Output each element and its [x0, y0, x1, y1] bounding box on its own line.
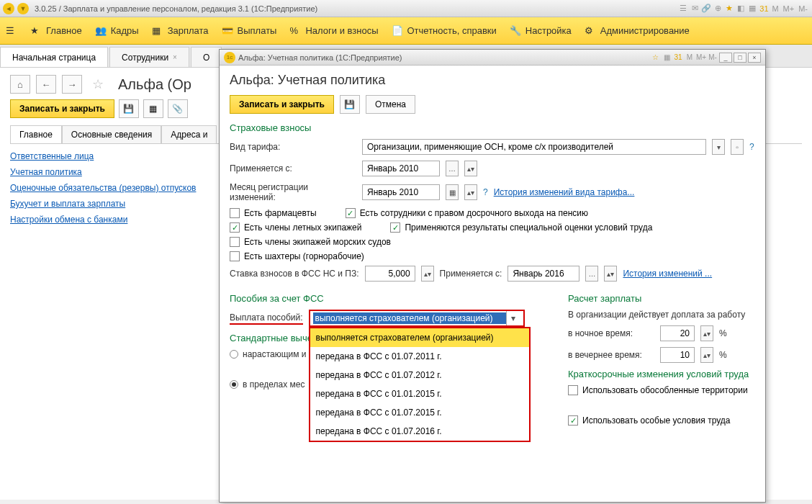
chk-flight[interactable]: ✓Есть члены летных экипажей	[230, 222, 361, 233]
mem-mplus[interactable]: M+	[696, 53, 706, 63]
tab-other[interactable]: О	[191, 47, 222, 67]
subtab-addresses[interactable]: Адреса и	[161, 125, 217, 143]
save-close-button[interactable]: Записать и закрыть	[10, 99, 114, 118]
tool-icon[interactable]: 🔗	[701, 4, 711, 14]
forward-icon[interactable]: ▼	[17, 3, 29, 14]
help-icon[interactable]: ?	[749, 142, 754, 152]
applies-from-field[interactable]: Январь 2010	[362, 161, 440, 176]
spinner-icon[interactable]: ▴▾	[464, 161, 477, 176]
section-short: Краткосрочные изменения условий труда	[568, 369, 755, 379]
star-icon[interactable]: ☆	[650, 53, 660, 63]
mem-m[interactable]: M	[770, 4, 780, 13]
menu-admin[interactable]: ⚙Администрирование	[585, 25, 690, 37]
calendar-icon[interactable]: 31	[759, 4, 769, 14]
reg-month-label: Месяц регистрации изменений:	[230, 182, 356, 202]
save-button[interactable]: 💾	[119, 99, 139, 118]
menu-taxes[interactable]: %Налоги и взносы	[289, 25, 378, 37]
rate-applies-field[interactable]: Январь 2016	[508, 266, 579, 282]
payout-label: Выплата пособий:	[230, 312, 303, 325]
tariff-field[interactable]: Организации, применяющие ОСН, кроме с/х …	[362, 139, 706, 155]
dropdown-icon[interactable]: ▾	[712, 139, 725, 155]
tool-icon[interactable]: ▦	[747, 4, 757, 14]
spinner-icon[interactable]: ▴▾	[700, 347, 713, 363]
dialog-titlebar[interactable]: 1c Альфа: Учетная политика (1С:Предприят…	[220, 50, 765, 66]
menu-burger[interactable]: ☰	[6, 25, 17, 37]
chk-miners[interactable]: Есть шахтеры (горнорабочие)	[230, 251, 364, 261]
chevron-down-icon[interactable]: ▾	[506, 311, 520, 325]
dropdown-item[interactable]: передана в ФСС с 01.01.2015 г.	[310, 384, 529, 403]
calendar-icon[interactable]: 31	[673, 53, 683, 63]
tab-employees[interactable]: Сотрудники×	[109, 47, 189, 67]
mem-m[interactable]: M	[685, 53, 695, 63]
minimize-button[interactable]: _	[719, 53, 732, 63]
titlebar-tools: ☰ ✉ 🔗 ⊕ ★ ◧ ▦ 31 M M+ M-	[678, 4, 809, 14]
night-field[interactable]: 20	[660, 325, 695, 341]
rate-label: Ставка взносов в ФСС НС и ПЗ:	[230, 269, 359, 279]
close-icon[interactable]: ×	[173, 53, 177, 61]
ellipsis-icon[interactable]: …	[585, 266, 598, 282]
dropdown-item[interactable]: передана в ФСС с 01.07.2012 г.	[310, 366, 529, 384]
home-button[interactable]: ⌂	[10, 75, 30, 94]
menu-main[interactable]: ★Главное	[30, 25, 82, 37]
menu-hr[interactable]: 👥Кадры	[95, 25, 139, 37]
menu-reports[interactable]: 📄Отчетность, справки	[392, 25, 497, 37]
chk-territories[interactable]: Использовать обособленные территории	[568, 385, 755, 395]
rate-applies-label: Применяется с:	[440, 269, 502, 279]
tool-icon[interactable]: ✉	[690, 4, 700, 14]
spinner-icon[interactable]: ▴▾	[464, 184, 477, 200]
close-button[interactable]: ×	[748, 53, 761, 63]
dialog-save[interactable]: 💾	[340, 95, 360, 114]
mem-mplus[interactable]: M+	[782, 4, 796, 13]
attach-button[interactable]: 📎	[168, 99, 188, 118]
spinner-icon[interactable]: ▴▾	[604, 266, 617, 282]
chk-pension[interactable]: ✓Есть сотрудники с правом досрочного вых…	[346, 208, 588, 218]
menu-settings[interactable]: 🔧Настройка	[510, 25, 572, 37]
dropdown-item[interactable]: передана в ФСС с 01.07.2015 г.	[310, 403, 529, 422]
forward-button[interactable]: →	[62, 75, 82, 94]
history2-link[interactable]: История изменений ...	[623, 269, 712, 279]
percent: %	[719, 328, 727, 338]
page-title: Альфа (Ор	[118, 76, 191, 93]
ellipsis-icon[interactable]: …	[446, 161, 459, 176]
tool-icon[interactable]: ▦	[662, 53, 672, 63]
dialog-cancel[interactable]: Отмена	[366, 95, 415, 114]
rate-field[interactable]: 5,000	[365, 266, 415, 282]
chk-conditions[interactable]: ✓Использовать особые условия труда	[568, 415, 755, 426]
tool-icon[interactable]: ☰	[678, 4, 688, 14]
favorite-button[interactable]: ☆	[88, 75, 108, 94]
mem-mminus[interactable]: M-	[708, 53, 718, 63]
dropdown-item[interactable]: выполняется страхователем (организацией)	[310, 328, 529, 347]
tab-start[interactable]: Начальная страница	[0, 47, 108, 67]
back-button[interactable]: ←	[36, 75, 56, 94]
back-icon[interactable]: ◄	[3, 3, 14, 14]
main-menu: ☰ ★Главное 👥Кадры ▦Зарплата 💳Выплаты %На…	[0, 17, 812, 45]
chk-spec[interactable]: ✓Применяются результаты специальной оцен…	[390, 222, 652, 233]
dropdown-list: выполняется страхователем (организацией)…	[309, 327, 531, 442]
open-icon[interactable]: ▫	[731, 139, 744, 155]
section-insurance: Страховые взносы	[230, 122, 755, 133]
maximize-button[interactable]: □	[734, 53, 746, 63]
menu-salary[interactable]: ▦Зарплата	[152, 25, 209, 37]
subtab-main[interactable]: Главное	[10, 125, 62, 143]
help-icon[interactable]: ?	[483, 187, 488, 197]
payout-dropdown[interactable]: выполняется страхователем (организацией)…	[309, 310, 525, 327]
dropdown-item[interactable]: передана в ФСС с 01.07.2011 г.	[310, 347, 529, 366]
evening-field[interactable]: 10	[660, 347, 695, 363]
dialog-save-close[interactable]: Записать и закрыть	[230, 95, 334, 114]
star-icon[interactable]: ★	[724, 4, 734, 14]
calendar-icon[interactable]: ▦	[446, 184, 459, 200]
spinner-icon[interactable]: ▴▾	[700, 325, 713, 341]
mem-mminus[interactable]: M-	[797, 4, 809, 13]
chk-sea[interactable]: Есть члены экипажей морских судов	[230, 237, 391, 247]
tool-icon[interactable]: ⊕	[713, 4, 723, 14]
menu-payouts[interactable]: 💳Выплаты	[222, 25, 277, 37]
reg-month-field[interactable]: Январь 2010	[362, 184, 440, 200]
history-link[interactable]: История изменений вида тарифа...	[494, 187, 635, 197]
tool-icon[interactable]: ◧	[736, 4, 746, 14]
print-button[interactable]: ▦	[143, 99, 163, 118]
spinner-icon[interactable]: ▴▾	[421, 266, 434, 282]
subtab-general[interactable]: Основные сведения	[62, 125, 161, 143]
dropdown-item[interactable]: передана в ФСС с 01.07.2016 г.	[310, 422, 529, 441]
chk-pharm[interactable]: Есть фармацевты	[230, 208, 317, 218]
dropdown-selected: выполняется страхователем (организацией)	[313, 312, 506, 324]
